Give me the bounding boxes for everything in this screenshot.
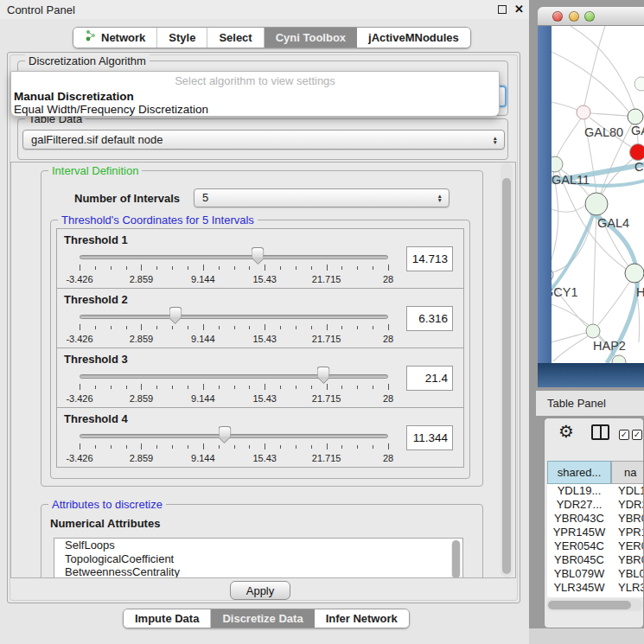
control-panel-title: Control Panel [7, 3, 75, 16]
tab-network[interactable]: Network [73, 28, 157, 48]
close-icon[interactable]: ✕ [514, 3, 524, 16]
network-node[interactable] [634, 77, 644, 91]
table-cell-name: YBR0 [611, 553, 644, 567]
attribute-list-item[interactable]: BetweennessCentrality [54, 565, 462, 578]
thresholds-group: Threshold's Coordinates for 5 Intervals … [50, 220, 470, 479]
table-row[interactable]: YDL19...YDL1 [547, 484, 644, 498]
number-of-intervals-combobox[interactable]: 5 ▲▼ [194, 188, 450, 207]
table-data-value: galFiltered.sif default node [31, 133, 163, 146]
close-traffic-light-icon[interactable] [552, 11, 563, 22]
node-label: HAP2 [593, 339, 626, 353]
table-header-shared-name[interactable]: shared... [547, 461, 611, 484]
algorithm-option-manual[interactable]: Manual Discretization [14, 90, 134, 103]
table-row[interactable]: YPR145WYPR1 [547, 526, 644, 539]
slider-thumb-icon[interactable] [252, 247, 265, 263]
float-window-icon[interactable] [498, 5, 507, 14]
threshold-slider[interactable]: -3.4262.8599.14415.4321.71528 [80, 311, 388, 348]
table-row[interactable]: YIL053CYIL0 [547, 595, 644, 597]
table-hscroll-thumb[interactable] [548, 601, 631, 609]
table-row[interactable]: YDR27...YDR2 [547, 498, 644, 512]
gear-icon[interactable]: ⚙ [558, 421, 574, 442]
tab-style[interactable]: Style [157, 28, 207, 48]
table-cell-name: YDR2 [611, 498, 644, 512]
network-node-gcy1[interactable] [552, 268, 553, 282]
threshold-row: Threshold 3-3.4262.8599.14415.4321.71528 [56, 348, 464, 408]
node-label: GA [631, 124, 644, 137]
table-cell-shared-name: YBR043C [547, 512, 611, 526]
table-hscrollbar[interactable] [546, 599, 643, 611]
threshold-row: Threshold 4-3.4262.8599.14415.4321.71528 [56, 407, 464, 468]
attributes-list-scrollbar[interactable] [451, 540, 461, 578]
threshold-value-field[interactable] [406, 246, 453, 271]
checkbox-icon[interactable]: ✓ [632, 430, 642, 440]
network-node-hap2[interactable] [586, 324, 600, 338]
node-label: C [634, 160, 643, 174]
table-row[interactable]: YLR345WYLR3 [547, 581, 644, 595]
algorithm-option-equal-width[interactable]: Equal Width/Frequency Discretization [14, 103, 208, 116]
table-cell-shared-name: YBR045C [547, 553, 611, 567]
network-node[interactable] [628, 109, 643, 124]
numerical-attributes-list[interactable]: SelfLoopsTopologicalCoefficientBetweenne… [54, 538, 463, 578]
split-columns-icon[interactable] [591, 424, 609, 440]
table-row[interactable]: YBR043CYBR0 [547, 512, 644, 526]
slider-scale-labels: -3.4262.8599.14415.4321.71528 [80, 393, 388, 405]
table-row[interactable]: YBL079WYBL0 [547, 567, 644, 581]
slider-thumb-icon[interactable] [218, 426, 231, 442]
network-node[interactable] [612, 355, 626, 363]
minimize-traffic-light-icon[interactable] [569, 11, 579, 22]
bottom-tab-impute-data[interactable]: Impute Data [124, 609, 211, 628]
main-scrollbar-thumb[interactable] [502, 178, 511, 574]
slider-track[interactable] [80, 255, 388, 259]
maximize-traffic-light-icon[interactable] [584, 11, 595, 22]
table-cell-shared-name: YIL053C [547, 595, 611, 597]
network-window-left-frame [538, 26, 552, 387]
table-cell-shared-name: YER054C [547, 539, 611, 553]
network-node-gal80[interactable] [577, 105, 590, 119]
table-cell-name: YBL0 [611, 567, 644, 581]
node-label: H [636, 285, 644, 299]
network-node-gal11[interactable] [552, 156, 563, 172]
table-panel: ⚙ ✓ ✓ shared... na YDL19...YDL1YDR27...Y… [544, 418, 644, 628]
bottom-tab-infer-network[interactable]: Infer Network [315, 609, 409, 628]
apply-button[interactable]: Apply [230, 581, 290, 600]
threshold-label: Threshold 2 [64, 293, 128, 306]
tab-label: jActiveMNodules [368, 28, 459, 48]
slider-track[interactable] [80, 315, 388, 319]
threshold-value-field[interactable] [406, 425, 453, 450]
threshold-value-field[interactable] [406, 306, 453, 331]
checkbox-icon[interactable]: ✓ [619, 430, 629, 440]
threshold-value-field[interactable] [406, 366, 453, 391]
tab-cyni-toolbox[interactable]: Cyni Toolbox [265, 28, 357, 48]
network-node-selected-red[interactable] [630, 144, 644, 161]
bottom-tab-discretize-data[interactable]: Discretize Data [211, 609, 314, 628]
network-node-gal4[interactable] [585, 193, 608, 215]
slider-track[interactable] [80, 374, 388, 379]
attribute-list-item[interactable]: TopologicalCoefficient [54, 552, 462, 566]
top-tab-bar: NetworkStyleSelectCyni ToolboxjActiveMNo… [73, 27, 471, 48]
table-rows[interactable]: YDL19...YDL1YDR27...YDR2YBR043CYBR0YPR14… [547, 484, 644, 597]
attributes-list-scroll-thumb[interactable] [452, 540, 460, 578]
tab-jactivemnodules[interactable]: jActiveMNodules [357, 28, 470, 48]
attribute-list-item[interactable]: SelfLoops [54, 539, 462, 552]
threshold-slider[interactable]: -3.4262.8599.14415.4321.71528 [80, 371, 388, 407]
network-window-titlebar[interactable] [538, 7, 644, 26]
slider-thumb-icon[interactable] [317, 367, 330, 382]
network-canvas[interactable]: GAL80 GA C GAL11 GAL4 GCY1 H HAP2 [552, 26, 644, 363]
slider-thumb-icon[interactable] [169, 307, 182, 322]
table-header-name[interactable]: na [611, 461, 644, 484]
tab-select[interactable]: Select [207, 28, 264, 48]
attribute-items: SelfLoopsTopologicalCoefficientBetweenne… [54, 539, 462, 578]
table-row[interactable]: YBR045CYBR0 [547, 553, 644, 567]
threshold-slider[interactable]: -3.4262.8599.14415.4321.71528 [80, 430, 388, 467]
threshold-label: Threshold 3 [64, 353, 128, 366]
threshold-row: Threshold 2-3.4262.8599.14415.4321.71528 [56, 288, 464, 348]
table-row[interactable]: YER054CYER0 [547, 539, 644, 553]
threshold-slider[interactable]: -3.4262.8599.14415.4321.71528 [80, 252, 388, 288]
algorithm-dropdown-popup: Select algorithm to view settings Manual… [10, 71, 500, 117]
network-window-bottom-frame [538, 363, 644, 387]
table-data-combobox[interactable]: galFiltered.sif default node ▲▼ [22, 130, 505, 150]
network-node[interactable] [625, 264, 644, 283]
number-of-intervals-value: 5 [202, 191, 208, 204]
slider-track[interactable] [80, 434, 388, 438]
discretization-algorithm-group-title: Discretization Algorithm [25, 54, 150, 67]
